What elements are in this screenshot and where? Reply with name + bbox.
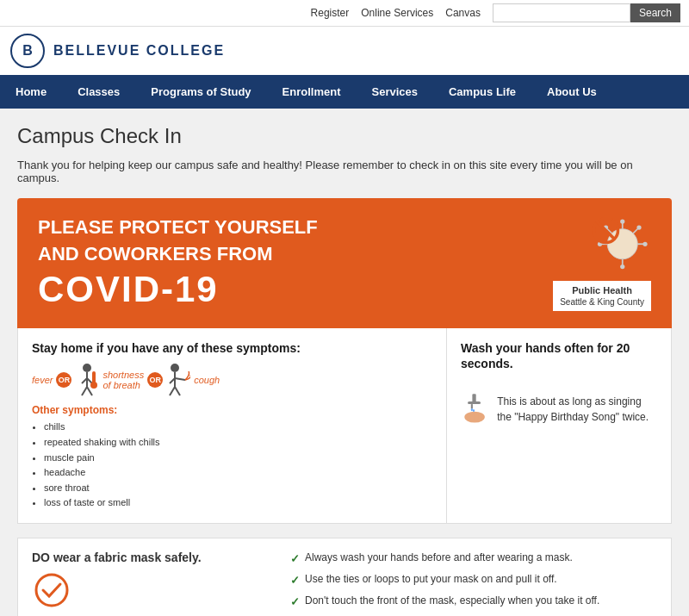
symptom-item: headache [44, 465, 432, 481]
covid-banner-right: Public Health Seattle & King County [553, 215, 651, 311]
logo-area: B BELLEVUE COLLEGE [10, 34, 225, 68]
fever-person-icon [75, 363, 99, 397]
mask-check-icon [34, 573, 69, 607]
wash-hands-heading: Wash your hands often for 20 seconds. [461, 340, 657, 371]
svg-line-19 [82, 387, 87, 395]
county-label: Seattle & King County [560, 296, 644, 308]
search-input[interactable] [493, 3, 630, 22]
svg-line-9 [633, 229, 637, 233]
online-services-link[interactable]: Online Services [361, 7, 433, 19]
svg-point-22 [90, 382, 97, 389]
svg-rect-37 [475, 412, 478, 420]
cough-person-icon [166, 363, 190, 397]
check-icon-1: ✓ [290, 551, 300, 567]
main-nav: Home Classes Programs of Study Enrollmen… [0, 75, 689, 109]
other-symptoms: Other symptoms: chills repeated shaking … [32, 404, 432, 511]
svg-point-4 [642, 242, 647, 246]
svg-rect-21 [92, 371, 96, 383]
mask-rules: ✓ Always wash your hands before and afte… [290, 551, 657, 616]
nav-classes[interactable]: Classes [62, 75, 135, 109]
check-icon-2: ✓ [290, 573, 300, 588]
svg-rect-31 [471, 404, 473, 408]
svg-rect-35 [468, 413, 471, 420]
mask-rule-2: ✓ Use the ties or loops to put your mask… [290, 572, 657, 588]
search-button[interactable]: Search [630, 3, 680, 22]
public-health-label: Public Health [560, 284, 644, 296]
nav-home[interactable]: Home [0, 75, 62, 109]
page-content: Campus Check In Thank you for helping ke… [0, 109, 689, 616]
covid-banner-line1: PLEASE PROTECT YOURSELF [38, 216, 318, 239]
svg-point-2 [620, 219, 624, 223]
search-form: Search [493, 3, 680, 22]
public-health-box: Public Health Seattle & King County [553, 281, 651, 311]
svg-line-27 [170, 387, 175, 395]
mask-rule-3: ✓ Don't touch the front of the mask, esp… [290, 594, 657, 610]
other-symptoms-heading: Other symptoms: [32, 404, 432, 416]
hands-visual: This is about as long as singing the "Ha… [461, 379, 657, 439]
college-name: BELLEVUE COLLEGE [53, 43, 225, 59]
register-link[interactable]: Register [311, 7, 350, 19]
symptom-item: loss of taste or smell [44, 495, 432, 511]
fever-label: fever [32, 375, 53, 385]
check-icon-3: ✓ [290, 594, 300, 610]
svg-rect-30 [468, 401, 481, 404]
symptoms-heading: Stay home if you have any of these sympt… [32, 340, 432, 356]
symptoms-card: Stay home if you have any of these sympt… [18, 328, 447, 523]
svg-line-28 [175, 387, 180, 395]
sob-label: shortnessof breath [102, 370, 144, 390]
or-badge-2: OR [147, 372, 163, 388]
covid-banner-text: PLEASE PROTECT YOURSELF AND COWORKERS FR… [38, 216, 318, 310]
mask-rule-text-3: Don't touch the front of the mask, espec… [305, 594, 599, 608]
symptom-item: sore throat [44, 481, 432, 496]
svg-point-39 [36, 575, 67, 606]
svg-point-32 [471, 408, 473, 411]
svg-line-26 [175, 378, 185, 380]
wash-hands-card: Wash your hands often for 20 seconds. [447, 328, 671, 523]
header: B BELLEVUE COLLEGE [0, 27, 689, 75]
covid-banner-line2: AND COWORKERS FROM [38, 243, 318, 265]
washing-hands-icon [461, 379, 488, 439]
svg-point-8 [620, 264, 624, 269]
intro-text: Thank you for helping keep our campus sa… [17, 159, 672, 184]
nav-campus-life[interactable]: Campus Life [433, 75, 531, 109]
svg-line-20 [87, 387, 92, 395]
svg-rect-36 [471, 412, 475, 420]
svg-line-14 [597, 221, 615, 240]
or-badge-1: OR [56, 372, 71, 388]
canvas-link[interactable]: Canvas [445, 7, 481, 19]
nav-enrollment[interactable]: Enrollment [267, 75, 357, 109]
mask-illustration: Tighten the loops or ties so it's snug a… [32, 573, 273, 616]
covid-banner-line3: COVID-19 [38, 269, 318, 310]
info-cards: Stay home if you have any of these sympt… [17, 328, 672, 524]
symptoms-row: fever OR shortnessof breath OR [32, 363, 432, 397]
symptom-item: repeated shaking with chills [44, 435, 432, 451]
mask-section: DO wear a fabric mask safely. Tighten th… [17, 538, 672, 616]
mask-rule-1: ✓ Always wash your hands before and afte… [290, 551, 657, 567]
covid-banner: PLEASE PROTECT YOURSELF AND COWORKERS FR… [17, 198, 672, 328]
symptom-item: chills [44, 420, 432, 435]
logo-circle: B [10, 34, 45, 68]
page-title: Campus Check In [17, 124, 672, 148]
mask-rule-text-2: Use the ties or loops to put your mask o… [305, 572, 557, 587]
mask-left: DO wear a fabric mask safely. Tighten th… [32, 551, 273, 616]
symptom-item: muscle pain [44, 451, 432, 466]
other-symptoms-list: chills repeated shaking with chills musc… [44, 420, 432, 511]
mask-heading: DO wear a fabric mask safely. [32, 551, 273, 564]
svg-point-15 [83, 364, 91, 372]
cough-label: cough [194, 375, 220, 385]
utility-bar: Register Online Services Canvas Search [0, 0, 689, 27]
mask-rule-text-1: Always wash your hands before and after … [305, 551, 573, 565]
wash-hands-description: This is about as long as singing the "Ha… [497, 394, 657, 425]
nav-services[interactable]: Services [356, 75, 433, 109]
virus-no-entry-icon [591, 215, 651, 276]
nav-programs[interactable]: Programs of Study [135, 75, 266, 109]
nav-about-us[interactable]: About Us [531, 75, 612, 109]
svg-rect-38 [478, 413, 481, 420]
svg-point-23 [171, 364, 179, 372]
svg-point-10 [636, 225, 641, 229]
